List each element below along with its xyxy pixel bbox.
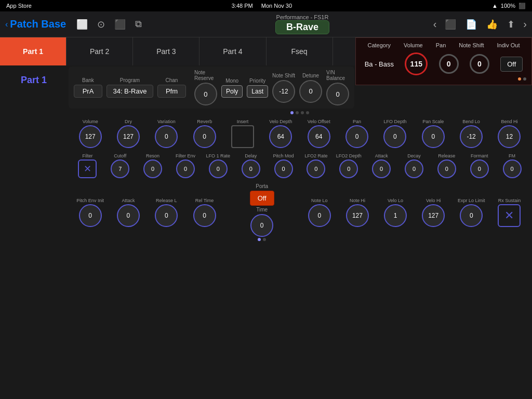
param-label-lfo-1-rate: LFO 1 Rate: [206, 153, 231, 158]
param-knob-formant[interactable]: 0: [470, 159, 489, 178]
chan-field[interactable]: Pfm: [157, 85, 186, 98]
param-label-dry: Dry: [125, 119, 132, 124]
param-knob-pitch-env-init[interactable]: 0: [79, 204, 102, 227]
param-knob-attack[interactable]: 0: [117, 204, 140, 227]
page-icon[interactable]: 📄: [466, 19, 477, 30]
battery-icon: ⬛: [518, 3, 526, 9]
param-item-reson: Reson0: [137, 153, 169, 178]
param-item-insert: Insert: [224, 119, 261, 148]
volume-knob[interactable]: 115: [405, 52, 428, 75]
param-knob-pan[interactable]: 0: [345, 125, 368, 148]
part-tab-part-2[interactable]: Part 2: [66, 37, 133, 65]
param-knob-lfo-depth[interactable]: 0: [383, 125, 406, 148]
param-knob-volume[interactable]: 127: [79, 125, 102, 148]
copy-icon[interactable]: ⧉: [135, 19, 142, 30]
status-bar: App Store 3:48 PM Mon Nov 30 ▲ 100% ⬛: [0, 0, 532, 11]
param-x-filter[interactable]: ✕: [78, 159, 97, 178]
param-knob-pitch-mod[interactable]: 0: [274, 159, 293, 178]
param-knob-fm[interactable]: 0: [503, 159, 522, 178]
indiv-out-button[interactable]: Off: [500, 57, 523, 72]
nav-prev-button[interactable]: ‹: [433, 18, 437, 30]
clock-icon[interactable]: ⊙: [97, 19, 105, 30]
param-knob-bend-lo[interactable]: -12: [460, 125, 483, 148]
param-item-bend-lo: Bend Lo-12: [453, 119, 489, 148]
param-knob-reverb[interactable]: 0: [193, 125, 216, 148]
panel-dots: [361, 77, 526, 81]
nav-next-button[interactable]: ›: [523, 18, 527, 30]
program-field[interactable]: 34: B-Rave: [107, 85, 153, 98]
param-label-release: Release: [438, 153, 455, 158]
detune-knob[interactable]: 0: [299, 80, 322, 103]
param-item-delay: Delay0: [235, 153, 267, 178]
document-icon[interactable]: ⬜: [76, 19, 88, 30]
param-label-lfo-depth: LFO Depth: [383, 119, 406, 124]
param-knob-rel-time[interactable]: 0: [193, 204, 216, 227]
bank-label: Bank: [82, 77, 94, 83]
pan-header: Pan: [436, 42, 446, 48]
param-knob-variation[interactable]: 0: [155, 125, 178, 148]
param-knob-cutoff[interactable]: 7: [111, 159, 129, 178]
part1-label: Part 1: [8, 71, 60, 90]
param-item-volume: Volume127: [72, 119, 109, 148]
param-knob-velo-lo[interactable]: 1: [384, 204, 407, 227]
param-knob-reson[interactable]: 0: [143, 159, 162, 178]
note-reserve-knob[interactable]: 0: [194, 83, 217, 105]
param-knob-lfo-1-rate[interactable]: 0: [209, 159, 228, 178]
param-item-pitch-mod: Pitch Mod0: [268, 153, 299, 178]
param-knob-release[interactable]: 0: [437, 159, 456, 178]
param-knob-pan-scale[interactable]: 0: [422, 125, 445, 148]
param-item-attack: Attack0: [366, 153, 397, 178]
param-knob-attack[interactable]: 0: [372, 159, 391, 178]
param-label-decay: Decay: [407, 153, 421, 158]
param-item-filter-env: Filter Env0: [170, 153, 202, 178]
category-value[interactable]: Ba - Bass: [365, 60, 394, 68]
display-icon[interactable]: ⬛: [445, 19, 456, 30]
param-label-rx-sustain: Rx Sustain: [498, 198, 521, 203]
part-tab-part-4[interactable]: Part 4: [200, 37, 266, 65]
mono-poly-button[interactable]: Poly: [221, 85, 243, 98]
note-reserve-label: Note Reserve: [194, 70, 217, 81]
note-shift-knob[interactable]: -12: [272, 80, 295, 103]
porta-group: PortaOff: [250, 183, 274, 206]
param-label-pitch-env-init: Pitch Env Init: [76, 198, 104, 203]
param-knob-expr-lo-limit[interactable]: 0: [460, 204, 483, 227]
time-knob[interactable]: 0: [250, 214, 273, 237]
part-tab-part-3[interactable]: Part 3: [133, 37, 200, 65]
mid-page-dots: [258, 238, 266, 241]
param-knob-bend-hi[interactable]: 12: [498, 125, 521, 148]
param-knob-filter-env[interactable]: 0: [176, 159, 195, 178]
param-item-note-lo: Note Lo0: [301, 198, 338, 227]
param-x-rx-sustain[interactable]: ✕: [498, 204, 521, 227]
param-label-fm: FM: [509, 153, 515, 158]
param-knob-note-lo[interactable]: 0: [308, 204, 331, 227]
param-knob-release-l[interactable]: 0: [155, 204, 178, 227]
param-label-velo-depth: Velo Depth: [269, 119, 292, 124]
vn-balance-knob[interactable]: 0: [326, 83, 349, 105]
param-knob-velo-offset[interactable]: 64: [308, 125, 330, 148]
bank-field[interactable]: PrA: [74, 85, 102, 98]
porta-button[interactable]: Off: [250, 191, 274, 206]
param-knob-velo-hi[interactable]: 127: [422, 204, 445, 227]
compare-icon[interactable]: 👍: [486, 19, 498, 30]
back-button[interactable]: ‹ Patch Base: [5, 18, 66, 30]
keyboard-icon[interactable]: ⬛: [114, 19, 126, 30]
param-knob-lfo2-rate[interactable]: 0: [307, 159, 325, 178]
param-knob-decay[interactable]: 0: [405, 159, 423, 178]
param-label-volume: Volume: [83, 119, 98, 124]
param-square-insert[interactable]: [231, 125, 254, 148]
param-knob-note-hi[interactable]: 127: [346, 204, 369, 227]
param-knob-lfo2-depth[interactable]: 0: [339, 159, 358, 178]
param-knob-dry[interactable]: 127: [117, 125, 140, 148]
porta-label: Porta: [256, 183, 268, 189]
part-tab-fseq[interactable]: Fseq: [267, 37, 333, 65]
pan-knob[interactable]: 0: [439, 54, 459, 74]
param-knob-velo-depth[interactable]: 64: [269, 125, 292, 148]
param-label-velo-hi: Velo Hi: [426, 198, 441, 203]
part-tab-part-1[interactable]: Part 1: [0, 37, 66, 65]
mid-page-dot: [258, 238, 261, 241]
param-item-release-l: Release L0: [148, 198, 185, 227]
priority-button[interactable]: Last: [247, 85, 268, 98]
share-icon[interactable]: ⬆: [507, 19, 515, 30]
param-knob-delay[interactable]: 0: [242, 159, 260, 178]
note-shift-knob[interactable]: 0: [470, 54, 489, 74]
